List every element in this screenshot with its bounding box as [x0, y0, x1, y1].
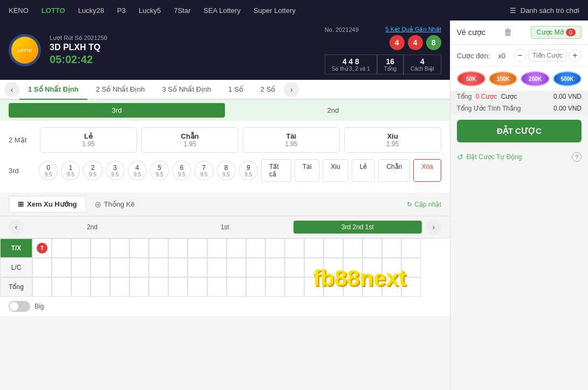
- number-btn-4[interactable]: 4 9.5: [128, 161, 147, 180]
- trend-period-all[interactable]: 3rd 2nd 1st: [293, 221, 422, 234]
- diff-val: 4: [411, 57, 434, 66]
- chip-50k[interactable]: 50K: [457, 71, 486, 86]
- trend-content: T/X L/C Tổng T fb88next.com: [0, 238, 450, 297]
- number-btn-6[interactable]: 6 9.5: [172, 161, 191, 180]
- trend-period-1st[interactable]: 1st: [161, 221, 289, 234]
- trend-cell: [32, 277, 52, 297]
- analysis-tab-stats[interactable]: ◎ Thống Kê: [86, 196, 143, 212]
- result-link[interactable]: 5 Kết Quả Gần Nhất: [386, 26, 441, 33]
- estimate-label: Tổng Ước Tính Thắng: [457, 105, 521, 112]
- trend-labels: T/X L/C Tổng: [0, 238, 32, 297]
- game-list-btn[interactable]: ☰ Danh sách trò chơi: [510, 6, 579, 15]
- filter-tai[interactable]: Tài: [295, 159, 320, 182]
- bet-option-xiu[interactable]: Xiu 1.95: [344, 127, 441, 153]
- open-bet-btn[interactable]: Cược Mở 0: [531, 26, 582, 39]
- bet-tab-3[interactable]: 3 Số Nhất Định: [154, 80, 220, 100]
- bet-option-tai[interactable]: Tài 1.95: [243, 127, 340, 153]
- chip-500k[interactable]: 500K: [553, 71, 582, 86]
- number-btn-8[interactable]: 8 9.5: [217, 161, 236, 180]
- chip-100k[interactable]: 100K: [489, 71, 517, 86]
- number-btn-9[interactable]: 9 9.5: [239, 161, 258, 180]
- number-btn-5[interactable]: 5 9.5: [150, 161, 169, 180]
- nav-lucky5[interactable]: Lucky5: [139, 6, 161, 15]
- trend-cell: [91, 238, 110, 258]
- number-btn-1[interactable]: 1 9.5: [61, 161, 80, 180]
- bet-tab-5[interactable]: 2 Số: [252, 80, 284, 100]
- trend-cell: [265, 238, 285, 258]
- game-timer: 05:02:42: [50, 53, 316, 66]
- filter-all[interactable]: Tất cả: [261, 159, 291, 182]
- trend-cell: [207, 258, 227, 277]
- trend-cell: [168, 238, 188, 258]
- trend-cell: [71, 238, 91, 258]
- trend-cell: [227, 258, 246, 277]
- trend-next[interactable]: ›: [426, 220, 441, 235]
- analysis-tab-trend[interactable]: ⊞ Xem Xu Hướng: [9, 196, 86, 213]
- trend-period-2nd[interactable]: 2nd: [28, 221, 156, 234]
- nav-7star[interactable]: 7Star: [174, 6, 190, 15]
- bet-tabs-prev[interactable]: ‹: [4, 82, 19, 97]
- trend-cell: [110, 258, 129, 277]
- filter-le[interactable]: Lẻ: [352, 159, 375, 182]
- nav-super-lottery[interactable]: Super Lottery: [254, 6, 296, 15]
- trend-cell: [129, 238, 149, 258]
- trend-cell: [401, 238, 421, 258]
- bet-tabs: ‹ 1 Số Nhất Định 2 Số Nhất Định 3 Số Nhấ…: [0, 80, 450, 100]
- auto-bet-row[interactable]: ↺ Đặt Cược Tự Động ?: [450, 148, 588, 166]
- filter-xiu[interactable]: Xiu: [323, 159, 348, 182]
- trend-cell: [188, 258, 207, 277]
- trend-cell: [52, 238, 71, 258]
- trend-cell: [265, 277, 285, 297]
- trend-cell: [32, 258, 52, 277]
- bet-option-chan[interactable]: Chẵn 1.95: [141, 127, 238, 153]
- number-btn-3[interactable]: 3 9.5: [106, 161, 125, 180]
- trend-cell: [188, 238, 207, 258]
- trend-cell: [401, 258, 421, 277]
- big-toggle-switch[interactable]: [9, 301, 30, 312]
- trend-cell: [246, 258, 265, 277]
- round-2nd[interactable]: 2nd: [225, 103, 441, 118]
- nav-keno[interactable]: KENO: [9, 6, 29, 15]
- trend-cell: [246, 277, 265, 297]
- total-bet-word: Cược: [501, 93, 517, 100]
- trend-cell: [110, 238, 129, 258]
- game-list-label: Danh sách trò chơi: [521, 6, 579, 15]
- number-btn-0[interactable]: 0 9.5: [39, 161, 58, 180]
- chip-200k[interactable]: 200K: [521, 71, 549, 86]
- round-3rd[interactable]: 3rd: [9, 103, 225, 118]
- plus-btn[interactable]: +: [569, 49, 582, 62]
- number-btn-2[interactable]: 2 9.5: [83, 161, 102, 180]
- bet-option-le[interactable]: Lẻ 1.95: [40, 127, 137, 153]
- bet-tab-1[interactable]: 1 Số Nhất Định: [19, 80, 87, 100]
- trash-icon[interactable]: 🗑: [504, 28, 512, 37]
- bet-tab-4[interactable]: 1 Số: [220, 80, 252, 100]
- nav-lotto[interactable]: LOTTO: [42, 6, 65, 15]
- update-btn[interactable]: ↻ Cập nhật: [407, 201, 441, 208]
- trend-area: ‹ 2nd 1st 3rd 2nd 1st › T/X L/C Tổng T: [0, 216, 450, 316]
- trend-cell: [110, 277, 129, 297]
- place-bet-btn[interactable]: ĐẶT CƯỢC: [457, 120, 582, 142]
- result-cell-3: 4 Cách Biệt: [404, 54, 441, 74]
- big-toggle: Big: [0, 297, 450, 316]
- nav-sea-lottery[interactable]: SEA Lottery: [203, 6, 241, 15]
- filter-xoa[interactable]: Xóa: [413, 159, 441, 182]
- nav-p3[interactable]: P3: [117, 6, 126, 15]
- bet-tab-2[interactable]: 2 Số Nhất Định: [87, 80, 154, 100]
- bet-tabs-next[interactable]: ›: [284, 82, 299, 97]
- update-label: Cập nhật: [414, 201, 441, 208]
- trend-prev[interactable]: ‹: [9, 220, 24, 235]
- ball-1: 4: [389, 35, 405, 50]
- result-cell-1: 4 4 8 Số thứ 3, 2 và 1: [325, 54, 377, 74]
- trend-marker: T: [37, 243, 47, 254]
- minus-btn[interactable]: −: [514, 49, 527, 62]
- option-name-xiu: Xiu: [347, 132, 439, 140]
- option-odd-xiu: 1.95: [347, 140, 439, 148]
- auto-bet-label: Đặt Cược Tự Động: [467, 153, 522, 161]
- nav-lucky28[interactable]: Lucky28: [78, 6, 104, 15]
- chart-icon: ◎: [95, 200, 101, 208]
- filter-chan[interactable]: Chẵn: [378, 159, 410, 182]
- number-btn-7[interactable]: 7 9.5: [194, 161, 213, 180]
- help-icon[interactable]: ?: [572, 152, 582, 162]
- bet-single-row: Cược đơn: x0 − +: [450, 45, 588, 66]
- currency-input[interactable]: [529, 50, 566, 61]
